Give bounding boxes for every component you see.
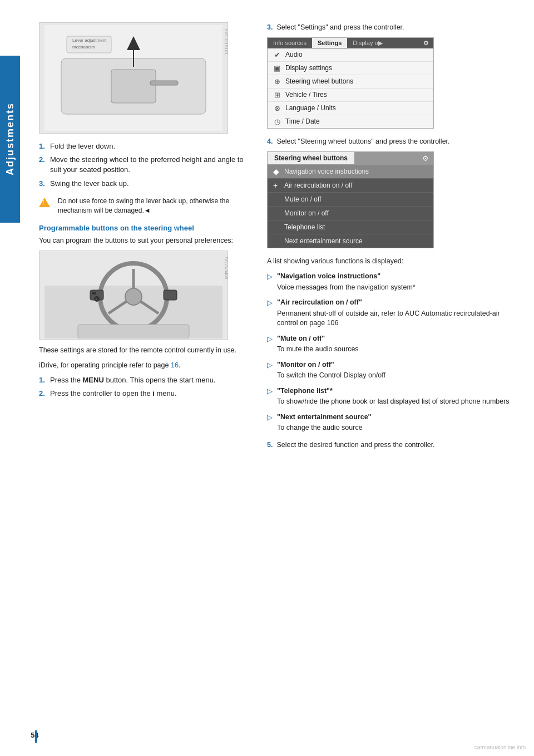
bullet-content-next: "Next entertainment source" To change th…: [277, 413, 372, 433]
step-num-3: 3.: [39, 179, 47, 189]
menu-items-list: ✔ Audio ▣ Display settings ⊕ Steering wh…: [268, 48, 433, 128]
swb-item-nav[interactable]: ◆ Navigation voice instructions: [268, 165, 433, 179]
idrive-page-link[interactable]: 16: [171, 361, 179, 369]
step3-right: 3. Select "Settings" and press the contr…: [267, 22, 517, 33]
next-arrow-icon: ▷: [267, 413, 273, 421]
bullet-body-nav: Voice messages from the navigation syste…: [277, 283, 416, 291]
menu-item-time[interactable]: ◷ Time / Date: [268, 115, 433, 128]
swb-item-next[interactable]: Next entertainment source: [268, 234, 433, 248]
menu-bold: MENU: [83, 376, 104, 384]
tab-settings[interactable]: Settings: [312, 38, 347, 48]
swb-item-monitor[interactable]: Monitor on / off: [268, 207, 433, 220]
list-intro: A list showing various functions is disp…: [267, 256, 517, 267]
step-text-3: Swing the lever back up.: [50, 179, 129, 189]
idrive-note-prefix: iDrive, for operating principle refer to…: [39, 361, 171, 369]
warning-box: Do not use force to swing the lever back…: [39, 197, 250, 215]
swb-tab-bar: Steering wheel buttons ⚙: [268, 152, 433, 165]
mute-arrow-icon: ▷: [267, 335, 273, 343]
steering-wheel-image: + SC13-3405: [39, 251, 228, 340]
right-column: 3. Select "Settings" and press the contr…: [267, 22, 517, 455]
menu-item-display-label: Display settings: [285, 64, 332, 72]
svg-point-15: [125, 288, 142, 305]
svg-rect-3: [150, 81, 178, 85]
step-text-1: Fold the lever down.: [50, 141, 115, 151]
swb-item-mute[interactable]: Mute on / off: [268, 193, 433, 207]
mute-bullet-icon: [273, 195, 281, 204]
i-symbol: i: [152, 389, 155, 397]
idrive-note-suffix: .: [179, 361, 180, 369]
step-3: 3. Swing the lever back up.: [39, 179, 250, 189]
telephone-bullet-icon: [273, 223, 281, 232]
bullet-heading-air: "Air recirculation on / off": [277, 298, 517, 308]
tab-info-sources[interactable]: Info sources: [268, 38, 312, 48]
menu-item-swb[interactable]: ⊕ Steering wheel buttons: [268, 75, 433, 89]
svg-rect-20: [164, 290, 177, 300]
step5-num: 5.: [267, 441, 273, 449]
step4-right: 4. Select "Steering wheel buttons" and p…: [267, 136, 517, 147]
menu-controls-icon: ⚙: [419, 38, 433, 48]
warning-icon: [39, 198, 50, 207]
warning-text: Do not use force to swing the lever back…: [58, 197, 250, 215]
tab-display[interactable]: Display o▶: [347, 38, 388, 48]
swb-title: Steering wheel buttons: [268, 152, 354, 164]
section-heading: Programmable buttons on the steering whe…: [39, 224, 250, 232]
step-p2-text-after: button. This opens the start menu.: [106, 376, 215, 384]
swb-icon: ⊕: [272, 77, 282, 86]
bullet-content-monitor: "Monitor on / off" To switch the Control…: [277, 360, 385, 381]
bullet-item-telephone: ▷ "Telephone list"* To show/hide the pho…: [267, 386, 517, 407]
bullet-heading-mute: "Mute on / off": [277, 334, 359, 344]
bullet-item-nav: ▷ "Navigation voice instructions" Voice …: [267, 272, 517, 292]
menu-item-language-label: Language / Units: [285, 104, 336, 112]
step-p2-2: 2. Press the controller to open the i me…: [39, 389, 250, 399]
svg-rect-2: [111, 70, 156, 103]
bullet-body-mute: To mute the audio sources: [277, 345, 359, 353]
bullet-heading-telephone: "Telephone list"*: [277, 386, 510, 396]
monitor-bullet-icon: [273, 209, 281, 218]
menu-tab-bar: Info sources Settings Display o▶ ⚙: [268, 38, 433, 48]
svg-text:Lever adjustment: Lever adjustment: [72, 38, 107, 43]
menu-item-display[interactable]: ▣ Display settings: [268, 62, 433, 75]
svg-text:+: +: [95, 297, 97, 301]
step-p2-num-1: 1.: [39, 375, 47, 385]
swb-item-telephone[interactable]: Telephone list: [268, 220, 433, 234]
bullet-item-monitor: ▷ "Monitor on / off" To switch the Contr…: [267, 360, 517, 381]
bullet-heading-next: "Next entertainment source": [277, 413, 372, 423]
menu-item-vehicle-label: Vehicle / Tires: [285, 91, 327, 99]
idrive-note: iDrive, for operating principle refer to…: [39, 360, 250, 371]
step5-right: 5. Select the desired function and press…: [267, 440, 517, 450]
image-side-label: YYC3215181: [224, 28, 228, 55]
bullet-content-mute: "Mute on / off" To mute the audio source…: [277, 334, 359, 355]
display-icon: ▣: [272, 64, 282, 72]
page-bar: [35, 730, 37, 743]
menu-item-audio[interactable]: ✔ Audio: [268, 48, 433, 62]
step4-text: Select "Steering wheel buttons" and pres…: [276, 138, 449, 145]
next-bullet-icon: [273, 237, 281, 246]
step-num-2: 2.: [39, 155, 47, 175]
menu-item-language[interactable]: ⊗ Language / Units: [268, 102, 433, 115]
swb-item-air[interactable]: + Air recirculation on / off: [268, 179, 433, 193]
storage-note: These settings are stored for the remote…: [39, 345, 250, 356]
step4-num: 4.: [267, 138, 273, 145]
time-icon: ◷: [272, 117, 282, 126]
step-num-1: 1.: [39, 141, 47, 151]
sidebar-text: Adjustments: [4, 102, 16, 175]
menu-item-vehicle[interactable]: ⊞ Vehicle / Tires: [268, 89, 433, 102]
bullet-body-next: To change the audio source: [277, 424, 363, 431]
air-arrow-icon: ▷: [267, 298, 273, 307]
bullet-item-mute: ▷ "Mute on / off" To mute the audio sour…: [267, 334, 517, 355]
swb-settings-icon: ⚙: [418, 152, 433, 165]
svg-text:mechanism: mechanism: [72, 45, 95, 50]
step-p2-1: 1. Press the MENU button. This opens the…: [39, 375, 250, 385]
audio-icon: ✔: [272, 51, 282, 59]
nav-bullet-icon: ◆: [273, 167, 281, 176]
swb-item-telephone-label: Telephone list: [284, 223, 325, 231]
intro-text: You can program the buttons to suit your…: [39, 235, 250, 246]
swb-screenshot: Steering wheel buttons ⚙ ◆ Navigation vo…: [267, 151, 434, 248]
step-p2-text-1: Press the MENU button. This opens the st…: [50, 375, 215, 385]
language-icon: ⊗: [272, 104, 282, 112]
swb-item-air-label: Air recirculation on / off: [284, 181, 353, 189]
step-1: 1. Fold the lever down.: [39, 141, 250, 151]
step-p2-num-2: 2.: [39, 389, 47, 399]
bullet-content-telephone: "Telephone list"* To show/hide the phone…: [277, 386, 510, 407]
swb-item-next-label: Next entertainment source: [284, 237, 363, 245]
